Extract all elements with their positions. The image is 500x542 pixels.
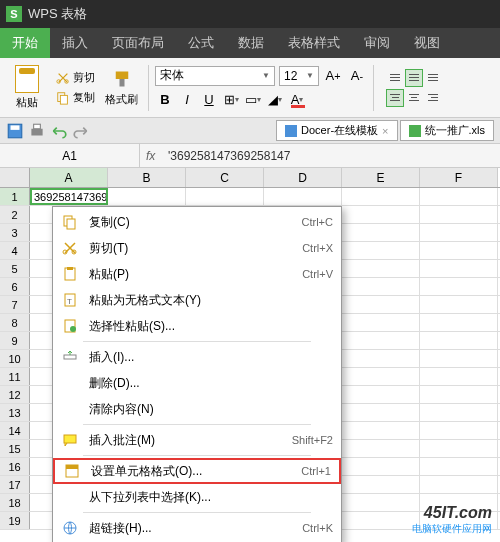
- menu-data[interactable]: 数据: [226, 28, 276, 58]
- menu-start[interactable]: 开始: [0, 28, 50, 58]
- close-icon[interactable]: ×: [382, 125, 388, 137]
- cell[interactable]: [108, 188, 186, 205]
- cell[interactable]: [342, 242, 420, 259]
- ctx-paste-unformatted[interactable]: T 粘贴为无格式文本(Y): [53, 287, 341, 313]
- row-header[interactable]: 1: [0, 188, 30, 205]
- cell[interactable]: [420, 224, 498, 241]
- font-color-button[interactable]: A▾: [287, 90, 307, 110]
- formula-input[interactable]: '369258147369258147: [168, 149, 290, 163]
- redo-icon[interactable]: [72, 122, 90, 140]
- cell[interactable]: [342, 314, 420, 331]
- workbook-tab[interactable]: 统一推广.xls: [400, 120, 495, 141]
- cell[interactable]: [420, 422, 498, 439]
- fill-color-button[interactable]: ◢▾: [265, 90, 285, 110]
- ctx-hyperlink[interactable]: 超链接(H)... Ctrl+K: [53, 515, 341, 541]
- paste-button[interactable]: 粘贴: [6, 63, 48, 113]
- align-left-button[interactable]: [386, 89, 404, 107]
- bold-button[interactable]: B: [155, 90, 175, 110]
- cell[interactable]: [342, 494, 420, 511]
- row-header[interactable]: 6: [0, 278, 30, 295]
- cell[interactable]: [264, 188, 342, 205]
- cell[interactable]: [420, 242, 498, 259]
- row-header[interactable]: 4: [0, 242, 30, 259]
- cell[interactable]: [420, 350, 498, 367]
- align-bottom-button[interactable]: [424, 69, 442, 87]
- col-header-e[interactable]: E: [342, 168, 420, 187]
- font-name-select[interactable]: 宋体 ▼: [155, 66, 275, 86]
- row-header[interactable]: 3: [0, 224, 30, 241]
- menu-layout[interactable]: 页面布局: [100, 28, 176, 58]
- cell[interactable]: [420, 332, 498, 349]
- cell[interactable]: [420, 188, 498, 205]
- cell[interactable]: [420, 260, 498, 277]
- ctx-insert-comment[interactable]: 插入批注(M) Shift+F2: [53, 427, 341, 453]
- menu-insert[interactable]: 插入: [50, 28, 100, 58]
- print-icon[interactable]: [28, 122, 46, 140]
- cell[interactable]: [420, 314, 498, 331]
- cell[interactable]: [420, 278, 498, 295]
- cell[interactable]: [342, 332, 420, 349]
- ctx-delete[interactable]: 删除(D)...: [53, 370, 341, 396]
- row-header[interactable]: 18: [0, 494, 30, 511]
- row-header[interactable]: 11: [0, 368, 30, 385]
- col-header-a[interactable]: A: [30, 168, 108, 187]
- menu-review[interactable]: 审阅: [352, 28, 402, 58]
- row-header[interactable]: 16: [0, 458, 30, 475]
- cell[interactable]: [420, 440, 498, 457]
- ctx-insert[interactable]: 插入(I)...: [53, 344, 341, 370]
- ctx-paste[interactable]: 粘贴(P) Ctrl+V: [53, 261, 341, 287]
- cell[interactable]: [420, 476, 498, 493]
- row-header[interactable]: 7: [0, 296, 30, 313]
- cell[interactable]: [342, 422, 420, 439]
- cell[interactable]: [420, 458, 498, 475]
- cell[interactable]: [186, 188, 264, 205]
- row-header[interactable]: 8: [0, 314, 30, 331]
- cell[interactable]: [342, 296, 420, 313]
- copy-button[interactable]: 复制: [52, 88, 99, 107]
- col-header-c[interactable]: C: [186, 168, 264, 187]
- cell[interactable]: 369258147369258147: [30, 188, 108, 205]
- format-painter-button[interactable]: 格式刷: [101, 63, 142, 113]
- row-header[interactable]: 10: [0, 350, 30, 367]
- border-button[interactable]: ⊞▾: [221, 90, 241, 110]
- cell[interactable]: [342, 368, 420, 385]
- align-middle-button[interactable]: [405, 69, 423, 87]
- ctx-format-cells[interactable]: 设置单元格格式(O)... Ctrl+1: [53, 458, 341, 484]
- col-header-b[interactable]: B: [108, 168, 186, 187]
- cut-button[interactable]: 剪切: [52, 68, 99, 87]
- row-header[interactable]: 13: [0, 404, 30, 421]
- row-header[interactable]: 12: [0, 386, 30, 403]
- cell[interactable]: [342, 512, 420, 529]
- row-header[interactable]: 14: [0, 422, 30, 439]
- ctx-pick-from-list[interactable]: 从下拉列表中选择(K)...: [53, 484, 341, 510]
- docer-tab[interactable]: Docer-在线模板 ×: [276, 120, 397, 141]
- cell[interactable]: [420, 296, 498, 313]
- undo-icon[interactable]: [50, 122, 68, 140]
- function-icon[interactable]: fx: [146, 148, 162, 164]
- save-icon[interactable]: [6, 122, 24, 140]
- col-header-d[interactable]: D: [264, 168, 342, 187]
- cell[interactable]: [420, 404, 498, 421]
- row-header[interactable]: 9: [0, 332, 30, 349]
- increase-font-button[interactable]: A+: [323, 66, 343, 86]
- ctx-copy[interactable]: 复制(C) Ctrl+C: [53, 209, 341, 235]
- decrease-font-button[interactable]: A-: [347, 66, 367, 86]
- row-header[interactable]: 19: [0, 512, 30, 529]
- ctx-clear[interactable]: 清除内容(N): [53, 396, 341, 422]
- ctx-cut[interactable]: 剪切(T) Ctrl+X: [53, 235, 341, 261]
- align-top-button[interactable]: [386, 69, 404, 87]
- cell[interactable]: [342, 386, 420, 403]
- row-header[interactable]: 2: [0, 206, 30, 223]
- cell[interactable]: [342, 476, 420, 493]
- cell[interactable]: [420, 386, 498, 403]
- col-header-f[interactable]: F: [420, 168, 498, 187]
- menu-formula[interactable]: 公式: [176, 28, 226, 58]
- cell[interactable]: [342, 440, 420, 457]
- name-box[interactable]: A1: [0, 144, 140, 167]
- cell[interactable]: [342, 206, 420, 223]
- select-all-corner[interactable]: [0, 168, 30, 187]
- underline-button[interactable]: U: [199, 90, 219, 110]
- cell[interactable]: [342, 350, 420, 367]
- row-header[interactable]: 5: [0, 260, 30, 277]
- cell[interactable]: [342, 260, 420, 277]
